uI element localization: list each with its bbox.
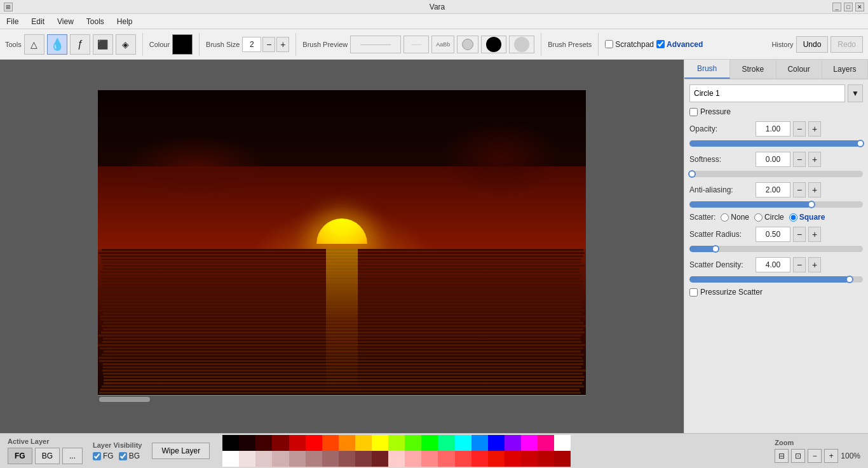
palette-cell[interactable] xyxy=(388,435,405,451)
redo-button[interactable]: Redo xyxy=(831,36,863,53)
minimize-button[interactable]: _ xyxy=(832,3,841,11)
scatter-density-increase[interactable]: + xyxy=(808,257,821,272)
softness-increase[interactable]: + xyxy=(808,152,821,167)
palette-cell[interactable] xyxy=(438,435,454,451)
palette-cell-black[interactable] xyxy=(222,435,239,451)
palette-cell[interactable] xyxy=(222,451,239,467)
menu-view[interactable]: View xyxy=(53,16,78,27)
palette-cell[interactable] xyxy=(488,435,505,451)
fill-tool-button[interactable]: ◈ xyxy=(116,34,136,55)
opacity-increase[interactable]: + xyxy=(808,121,821,137)
palette-cell[interactable] xyxy=(538,451,554,467)
scatter-density-value[interactable]: 4.00 xyxy=(756,257,790,272)
bg-layer-button[interactable]: BG xyxy=(35,448,60,464)
scrollbar-thumb[interactable] xyxy=(99,397,150,402)
pressurize-scatter-checkbox[interactable] xyxy=(689,288,698,297)
palette-cell[interactable] xyxy=(355,435,372,451)
palette-cell[interactable] xyxy=(272,435,288,451)
scatter-none-radio[interactable] xyxy=(721,213,729,222)
horizontal-scrollbar[interactable] xyxy=(98,395,586,403)
palette-cell[interactable] xyxy=(289,451,306,467)
palette-cell[interactable] xyxy=(421,451,438,467)
palette-cell[interactable] xyxy=(471,435,488,451)
palette-cell[interactable] xyxy=(455,451,471,467)
palette-cell[interactable] xyxy=(554,451,571,467)
more-layer-button[interactable]: ... xyxy=(62,448,83,464)
palette-cell[interactable] xyxy=(322,435,339,451)
palette-cell[interactable] xyxy=(421,435,438,451)
brush-tool-button[interactable]: 💧 xyxy=(47,34,67,55)
zoom-layers-button[interactable]: ⊟ xyxy=(775,449,789,463)
color-swatch[interactable] xyxy=(172,34,193,55)
scatter-radius-increase[interactable]: + xyxy=(808,227,821,242)
palette-cell[interactable] xyxy=(255,451,272,467)
palette-cell[interactable] xyxy=(471,451,488,467)
bg-visibility-checkbox[interactable] xyxy=(119,452,127,460)
brush-size-decrease[interactable]: − xyxy=(262,37,275,52)
scatter-radius-decrease[interactable]: − xyxy=(793,227,806,242)
tab-stroke[interactable]: Stroke xyxy=(730,60,776,79)
palette-cell[interactable] xyxy=(339,451,355,467)
brush-size-increase[interactable]: + xyxy=(276,37,289,52)
palette-cell[interactable] xyxy=(306,451,322,467)
zoom-fit-button[interactable]: ⊡ xyxy=(791,449,805,463)
palette-cell[interactable] xyxy=(521,435,538,451)
tab-layers[interactable]: Layers xyxy=(822,60,868,79)
scatter-density-slider-thumb[interactable] xyxy=(846,276,853,283)
opacity-slider-thumb[interactable] xyxy=(857,140,864,147)
softness-slider-thumb[interactable] xyxy=(688,170,696,178)
canvas[interactable] xyxy=(98,90,586,395)
palette-cell-white[interactable] xyxy=(554,435,571,451)
antialiasing-slider-thumb[interactable] xyxy=(808,201,815,208)
palette-cell[interactable] xyxy=(255,435,272,451)
palette-cell[interactable] xyxy=(322,451,339,467)
undo-button[interactable]: Undo xyxy=(796,36,829,53)
advanced-checkbox[interactable] xyxy=(656,40,665,48)
scatter-none-option[interactable]: None xyxy=(721,213,749,222)
palette-cell[interactable] xyxy=(438,451,454,467)
scatter-radius-value[interactable]: 0.50 xyxy=(756,227,790,242)
advanced-label[interactable]: Advanced xyxy=(656,40,703,49)
scratchpad-label[interactable]: Scratchpad xyxy=(605,40,654,49)
palette-cell[interactable] xyxy=(372,435,388,451)
wipe-layer-button[interactable]: Wipe Layer xyxy=(152,443,210,459)
opacity-decrease[interactable]: − xyxy=(793,121,806,137)
pressure-checkbox[interactable] xyxy=(689,108,698,116)
pen-tool-button[interactable]: △ xyxy=(24,34,44,55)
tab-brush[interactable]: Brush xyxy=(684,60,730,79)
palette-cell[interactable] xyxy=(355,451,372,467)
palette-cell[interactable] xyxy=(505,451,521,467)
palette-cell[interactable] xyxy=(339,435,355,451)
palette-cell[interactable] xyxy=(239,451,255,467)
antialiasing-decrease[interactable]: − xyxy=(793,182,806,197)
scatter-density-decrease[interactable]: − xyxy=(793,257,806,272)
menu-file[interactable]: File xyxy=(3,16,22,27)
opacity-value[interactable]: 1.00 xyxy=(756,121,790,137)
palette-cell[interactable] xyxy=(505,435,521,451)
brush-dropdown-arrow[interactable]: ▼ xyxy=(848,84,863,102)
pressurize-scatter-label[interactable]: Pressurize Scatter xyxy=(689,288,863,297)
scatter-circle-option[interactable]: Circle xyxy=(754,213,784,222)
scatter-square-radio[interactable] xyxy=(789,213,797,222)
maximize-button[interactable]: □ xyxy=(844,3,853,11)
pressure-checkbox-label[interactable]: Pressure xyxy=(689,107,863,116)
palette-cell[interactable] xyxy=(521,451,538,467)
antialiasing-value[interactable]: 2.00 xyxy=(756,182,790,197)
scatter-square-option[interactable]: Square xyxy=(789,213,825,222)
scatter-circle-radio[interactable] xyxy=(754,213,763,222)
fg-visibility-label[interactable]: FG xyxy=(93,451,114,460)
scratchpad-checkbox[interactable] xyxy=(605,40,613,48)
zoom-out-button[interactable]: − xyxy=(808,449,822,463)
palette-cell[interactable] xyxy=(488,451,505,467)
tab-colour[interactable]: Colour xyxy=(776,60,822,79)
palette-cell[interactable] xyxy=(289,435,306,451)
brush-select[interactable]: Circle 1 xyxy=(689,84,845,102)
palette-cell[interactable] xyxy=(405,435,421,451)
softness-decrease[interactable]: − xyxy=(793,152,806,167)
palette-cell[interactable] xyxy=(405,451,421,467)
scatter-radius-slider-thumb[interactable] xyxy=(712,245,719,253)
menu-help[interactable]: Help xyxy=(113,16,137,27)
menu-edit[interactable]: Edit xyxy=(27,16,48,27)
antialiasing-increase[interactable]: + xyxy=(808,182,821,197)
palette-cell[interactable] xyxy=(239,435,255,451)
